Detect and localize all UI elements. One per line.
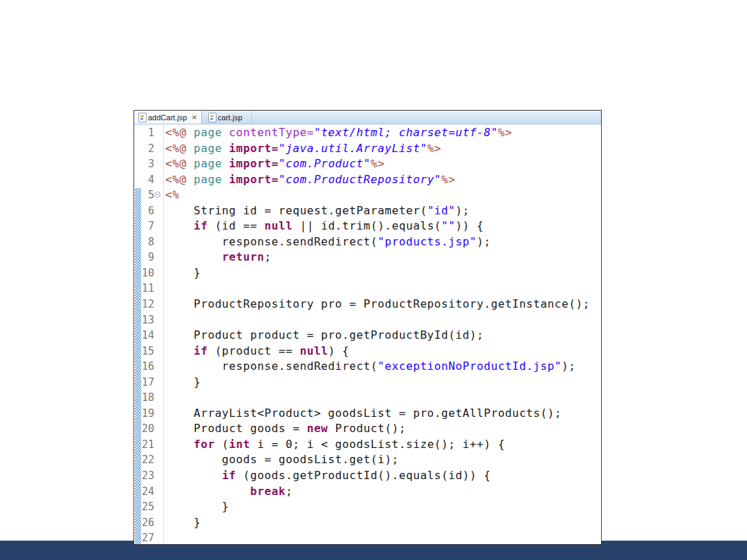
- code-line[interactable]: 21 for (int i = 0; i < goodsList.size();…: [134, 437, 601, 453]
- code-rows: 1<%@ page contentType="text/html; charse…: [134, 125, 601, 545]
- line-number: 2: [134, 141, 163, 157]
- code-line[interactable]: 4<%@ page import="com.ProductRepository"…: [134, 172, 601, 188]
- code-text: [163, 281, 601, 297]
- code-text: for (int i = 0; i < goodsList.size(); i+…: [163, 437, 601, 453]
- code-text: String id = request.getParameter("id");: [163, 203, 601, 219]
- tab-label: cart.jsp: [218, 113, 242, 122]
- code-line[interactable]: 19 ArrayList<Product> goodsList = pro.ge…: [134, 406, 601, 422]
- code-line[interactable]: 12 ProductRepository pro = ProductReposi…: [134, 297, 601, 312]
- code-line[interactable]: 14 Product product = pro.getProductById(…: [134, 328, 601, 344]
- code-text: ProductRepository pro = ProductRepositor…: [163, 297, 601, 312]
- code-line[interactable]: 1<%@ page contentType="text/html; charse…: [134, 125, 601, 141]
- line-number: 4: [134, 172, 163, 188]
- code-text: }: [163, 499, 601, 515]
- code-line[interactable]: 20 Product goods = new Product();: [134, 421, 601, 437]
- code-text: <%@ page import="com.Product"%>: [163, 156, 601, 172]
- code-text: if (goods.getProductId().equals(id)) {: [163, 468, 601, 484]
- code-line[interactable]: 5−<%: [134, 187, 601, 203]
- tab-label: addCart.jsp: [148, 113, 187, 122]
- code-editor-area[interactable]: 1<%@ page contentType="text/html; charse…: [134, 124, 601, 545]
- code-text: <%@ page import="java.util.ArrayList"%>: [163, 141, 601, 157]
- code-text: break;: [163, 484, 601, 500]
- line-number: 1: [134, 125, 163, 141]
- code-line[interactable]: 8 response.sendRedirect("products.jsp");: [134, 234, 601, 250]
- code-line[interactable]: 26 }: [134, 515, 601, 531]
- code-text: }: [163, 515, 601, 531]
- range-indicator: [135, 188, 141, 544]
- code-line[interactable]: 24 break;: [134, 484, 601, 500]
- code-line[interactable]: 17 }: [134, 375, 601, 391]
- jsp-file-icon: [138, 113, 147, 122]
- code-line[interactable]: 10 }: [134, 265, 601, 281]
- code-text: if (product == null) {: [163, 344, 601, 360]
- code-text: Product goods = new Product();: [163, 421, 601, 437]
- code-line[interactable]: 23 if (goods.getProductId().equals(id)) …: [134, 468, 601, 484]
- code-line[interactable]: 11: [134, 281, 601, 297]
- code-text: Product product = pro.getProductById(id)…: [163, 328, 601, 344]
- jsp-file-icon: [208, 113, 216, 122]
- code-line[interactable]: 25 }: [134, 499, 601, 515]
- editor-window: addCart.jsp ✕ cart.jsp 1<%@ page content…: [133, 110, 602, 545]
- code-text: }: [163, 375, 601, 391]
- code-text: [163, 312, 601, 328]
- code-text: goods = goodsList.get(i);: [163, 452, 601, 468]
- code-text: <%@ page import="com.ProductRepository"%…: [163, 172, 601, 188]
- code-text: [163, 390, 601, 406]
- code-line[interactable]: 18: [134, 390, 601, 406]
- code-line[interactable]: 22 goods = goodsList.get(i);: [134, 452, 601, 468]
- code-text: response.sendRedirect("exceptionNoProduc…: [163, 359, 601, 375]
- code-text: response.sendRedirect("products.jsp");: [163, 234, 601, 250]
- code-line[interactable]: 3<%@ page import="com.Product"%>: [134, 156, 601, 172]
- code-text: }: [163, 265, 601, 281]
- code-text: <%: [163, 187, 601, 203]
- code-line[interactable]: 9 return;: [134, 250, 601, 265]
- code-text: [163, 530, 601, 545]
- code-text: <%@ page contentType="text/html; charset…: [163, 125, 601, 141]
- code-text: return;: [163, 250, 601, 265]
- tab-addcart-jsp[interactable]: addCart.jsp ✕: [134, 111, 202, 124]
- code-line[interactable]: 6 String id = request.getParameter("id")…: [134, 203, 601, 219]
- editor-tab-bar: addCart.jsp ✕ cart.jsp: [134, 111, 601, 124]
- code-text: ArrayList<Product> goodsList = pro.getAl…: [163, 406, 601, 422]
- line-number: 3: [134, 156, 163, 172]
- code-line[interactable]: 2<%@ page import="java.util.ArrayList"%>: [134, 141, 601, 157]
- tab-cart-jsp[interactable]: cart.jsp: [202, 111, 252, 124]
- tab-bar-filler: [252, 111, 601, 124]
- page-canvas: addCart.jsp ✕ cart.jsp 1<%@ page content…: [0, 0, 747, 560]
- code-line[interactable]: 27: [134, 530, 601, 545]
- code-text: if (id == null || id.trim().equals("")) …: [163, 218, 601, 234]
- code-line[interactable]: 13: [134, 312, 601, 328]
- code-line[interactable]: 7 if (id == null || id.trim().equals("")…: [134, 218, 601, 234]
- code-line[interactable]: 16 response.sendRedirect("exceptionNoPro…: [134, 359, 601, 375]
- code-line[interactable]: 15 if (product == null) {: [134, 344, 601, 360]
- close-icon[interactable]: ✕: [192, 114, 197, 121]
